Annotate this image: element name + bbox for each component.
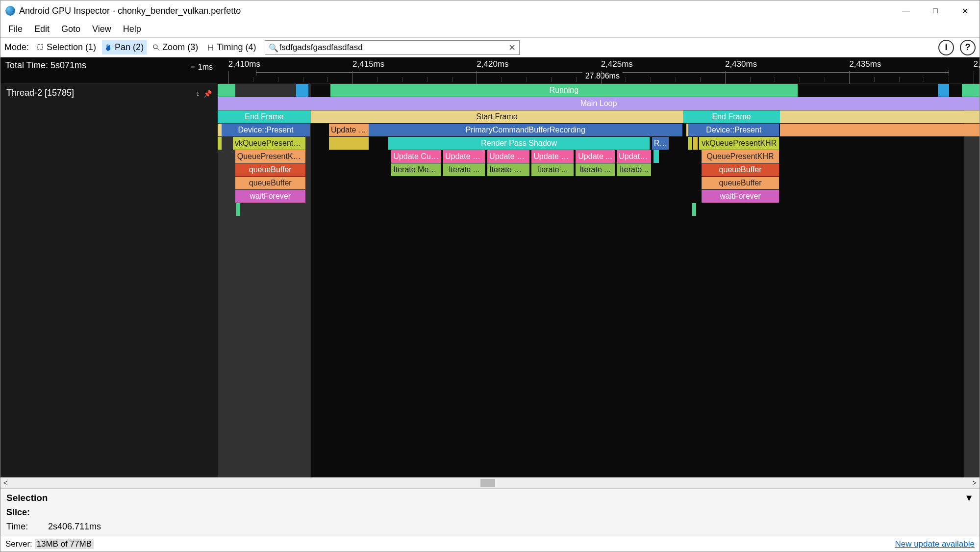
ruler-tick: 2,415ms bbox=[352, 59, 384, 69]
trace-slice[interactable] bbox=[688, 137, 692, 150]
trace-slice[interactable]: Iterate ... bbox=[576, 163, 614, 176]
ruler-tick: 2,420ms bbox=[477, 59, 508, 69]
trace-slice[interactable]: Re... bbox=[652, 137, 669, 150]
trace-slice[interactable]: Update ... bbox=[576, 150, 614, 163]
clear-search-icon[interactable]: ✕ bbox=[508, 42, 516, 53]
trace-slice[interactable]: QueuePresentKHR bbox=[702, 150, 779, 163]
trace-slice[interactable]: Iterate ... bbox=[531, 163, 573, 176]
visible-range-label: 27.806ms bbox=[582, 72, 623, 80]
trace-slice[interactable]: waitForever bbox=[702, 190, 779, 203]
trace-slice[interactable]: waitForever bbox=[235, 190, 305, 203]
scroll-left-icon[interactable]: < bbox=[3, 479, 7, 487]
ruler-tick: 2,435ms bbox=[849, 59, 881, 69]
trace-slice[interactable]: QueuePresentKHR bbox=[235, 150, 305, 163]
horizontal-scrollbar[interactable]: < > bbox=[0, 477, 980, 488]
server-label: Server: bbox=[5, 539, 32, 549]
trace-slice[interactable]: PrimaryCommandBufferRecording bbox=[369, 124, 682, 136]
maximize-button[interactable]: □ bbox=[921, 0, 950, 21]
trace-slice[interactable] bbox=[693, 137, 698, 150]
trace-slice[interactable]: End Frame bbox=[683, 110, 779, 123]
trace-slice[interactable] bbox=[218, 84, 235, 97]
tracks-area[interactable]: Thread-2 [15785] ↕ 📌 RunningMain LoopEnd… bbox=[0, 84, 980, 477]
trace-slice[interactable] bbox=[236, 203, 240, 216]
trace-slice[interactable] bbox=[962, 84, 980, 97]
menu-file[interactable]: File bbox=[3, 22, 27, 36]
minimize-button[interactable]: ― bbox=[891, 0, 921, 21]
trace-slice[interactable]: Device::Present bbox=[688, 124, 779, 136]
trace-slice[interactable] bbox=[329, 137, 369, 150]
menu-view[interactable]: View bbox=[87, 22, 116, 36]
svg-point-1 bbox=[153, 45, 157, 49]
mode-pan[interactable]: Pan (2) bbox=[102, 40, 147, 54]
menu-edit[interactable]: Edit bbox=[29, 22, 54, 36]
pan-icon bbox=[105, 44, 113, 52]
slice-label: Slice: bbox=[6, 507, 30, 517]
trace-slice[interactable]: Device::Present bbox=[222, 124, 310, 136]
search-input[interactable] bbox=[265, 40, 520, 55]
mode-selection[interactable]: Selection (1) bbox=[34, 40, 99, 54]
mode-label: Mode: bbox=[4, 42, 29, 53]
trace-slice[interactable]: Running bbox=[330, 84, 798, 97]
trace-slice[interactable]: queueBuffer bbox=[702, 177, 779, 189]
trace-slice[interactable]: vkQueuePresentKHR bbox=[699, 137, 779, 150]
trace-slice[interactable]: Iterate... bbox=[617, 163, 651, 176]
menubar: File Edit Goto View Help bbox=[0, 21, 980, 38]
trace-slice[interactable]: End Frame bbox=[218, 110, 311, 123]
window-title: Android GPU Inspector - chonky_bender_vu… bbox=[19, 6, 891, 16]
trace-slice[interactable] bbox=[653, 150, 659, 163]
timing-icon bbox=[207, 44, 215, 52]
trace-slice[interactable]: vkQueuePresentKHR bbox=[233, 137, 305, 150]
menu-goto[interactable]: Goto bbox=[56, 22, 85, 36]
toolbar: Mode: Selection (1) Pan (2) Zoom (3) Tim… bbox=[0, 38, 980, 57]
update-link[interactable]: New update available bbox=[895, 539, 975, 549]
time-label: Time: bbox=[6, 522, 46, 532]
trace-slice[interactable]: Update... bbox=[617, 150, 651, 163]
trace-slice[interactable]: queueBuffer bbox=[235, 177, 305, 189]
trace-slice[interactable]: Update C... bbox=[443, 150, 485, 163]
thread-header[interactable]: Thread-2 [15785] ↕ 📌 bbox=[0, 84, 218, 477]
timeline[interactable]: Total Time: 5s071ms ┈ 1ms 27.806ms 2,410… bbox=[0, 57, 980, 477]
trace-slice[interactable] bbox=[780, 124, 980, 136]
trace-slice[interactable] bbox=[780, 110, 980, 123]
time-ruler[interactable]: Total Time: 5s071ms ┈ 1ms 27.806ms 2,410… bbox=[0, 57, 980, 84]
search-icon: 🔍 bbox=[269, 43, 278, 52]
trace-slice[interactable] bbox=[692, 203, 696, 216]
info-button[interactable]: i bbox=[938, 40, 954, 55]
trace-slice[interactable]: Update C... bbox=[487, 150, 529, 163]
thread-name: Thread-2 [15785] bbox=[6, 88, 74, 98]
ruler-tick: 2,430ms bbox=[725, 59, 757, 69]
trace-slice[interactable] bbox=[296, 84, 308, 97]
pin-icon[interactable]: 📌 bbox=[203, 90, 212, 98]
trace-slice[interactable]: Start Frame bbox=[311, 110, 683, 123]
svg-rect-0 bbox=[38, 45, 43, 50]
time-value: 2s406.711ms bbox=[48, 522, 101, 531]
trace-slice[interactable]: Render Pass Shadow bbox=[388, 137, 650, 150]
trace-slice[interactable]: Iterate ... bbox=[443, 163, 485, 176]
scroll-thumb[interactable] bbox=[480, 479, 495, 487]
selection-icon bbox=[37, 44, 45, 52]
trace-slice[interactable]: Iterate Mes... bbox=[487, 163, 529, 176]
scroll-right-icon[interactable]: > bbox=[973, 479, 977, 487]
trace-slice[interactable]: Update Cub... bbox=[391, 150, 441, 163]
selection-band bbox=[964, 84, 980, 477]
trace-slice[interactable] bbox=[218, 137, 222, 150]
menu-help[interactable]: Help bbox=[118, 22, 146, 36]
trace-slice[interactable] bbox=[938, 84, 949, 97]
trace-slice[interactable]: Main Loop bbox=[218, 97, 980, 110]
ruler-tick: 2,410ms bbox=[228, 59, 260, 69]
svg-line-2 bbox=[157, 48, 159, 51]
mode-zoom[interactable]: Zoom (3) bbox=[150, 40, 201, 54]
track-body[interactable]: RunningMain LoopEnd FrameStart FrameEnd … bbox=[218, 84, 980, 477]
help-button[interactable]: ? bbox=[960, 40, 976, 55]
trace-slice[interactable]: Update S... bbox=[329, 124, 369, 136]
titlebar: Android GPU Inspector - chonky_bender_vu… bbox=[0, 0, 980, 21]
close-button[interactable]: ✕ bbox=[950, 0, 980, 21]
chevron-down-icon[interactable]: ▼ bbox=[964, 493, 974, 503]
visible-range-bar: 27.806ms bbox=[256, 72, 949, 81]
trace-slice[interactable]: Iterate Meshes bbox=[391, 163, 441, 176]
trace-slice[interactable]: queueBuffer bbox=[702, 163, 779, 176]
mode-timing[interactable]: Timing (4) bbox=[204, 40, 259, 54]
trace-slice[interactable]: Update C... bbox=[531, 150, 573, 163]
trace-slice[interactable]: queueBuffer bbox=[235, 163, 305, 176]
collapse-icon[interactable]: ↕ bbox=[196, 90, 200, 98]
